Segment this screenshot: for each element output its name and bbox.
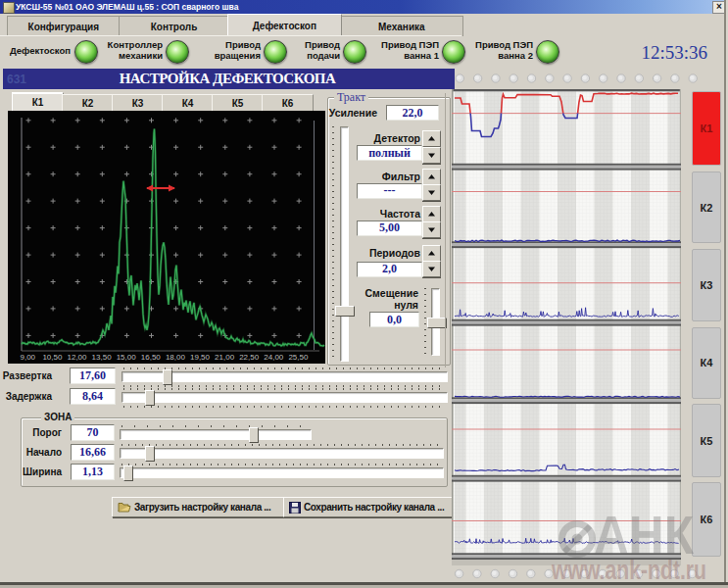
svg-text:www.ank-ndt.ru: www.ank-ndt.ru bbox=[551, 556, 706, 585]
